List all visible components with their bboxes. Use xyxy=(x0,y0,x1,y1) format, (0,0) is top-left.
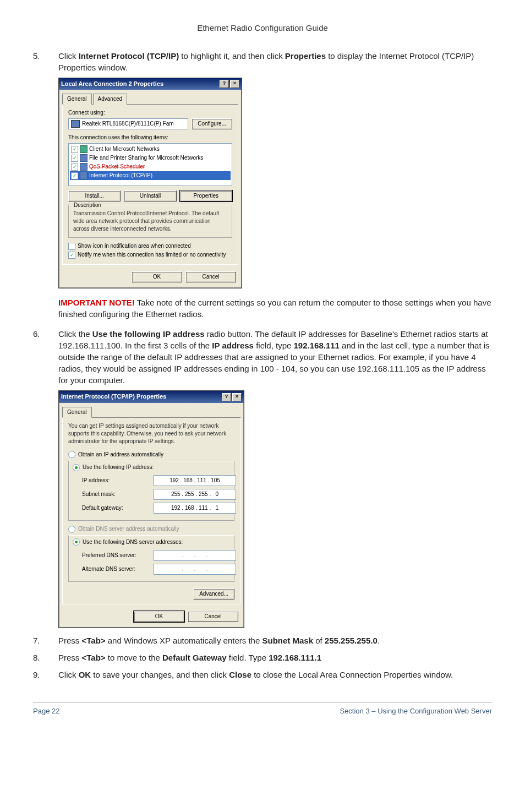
text: . xyxy=(378,636,380,645)
radio-icon[interactable] xyxy=(73,464,80,471)
checkbox-icon[interactable]: ✓ xyxy=(71,172,78,179)
text-bold: 192.168.111 xyxy=(294,341,340,350)
item-text: Internet Protocol (TCP/IP) xyxy=(89,172,152,179)
step-number: 7. xyxy=(33,635,58,646)
page-header: Ethernet Radio Configuration Guide xyxy=(33,22,492,34)
list-item[interactable]: ✓ QoS Packet Scheduler xyxy=(70,162,231,171)
ok-button[interactable]: OK xyxy=(134,611,184,622)
checkbox-icon[interactable]: ✓ xyxy=(71,146,78,153)
default-gateway-label: Default gateway: xyxy=(82,504,148,512)
use-following-dns-radio[interactable]: Use the following DNS server addresses: xyxy=(71,538,184,546)
item-text: File and Printer Sharing for Microsoft N… xyxy=(89,154,203,162)
footer-left: Page 22 xyxy=(33,706,59,716)
step-body: Press <Tab> and Windows XP automatically… xyxy=(58,635,492,646)
text: to close the Local Area Connection Prope… xyxy=(251,670,453,679)
radio-icon[interactable] xyxy=(68,451,75,458)
page-footer: Page 22 Section 3 – Using the Configurat… xyxy=(33,702,492,716)
cancel-button[interactable]: Cancel xyxy=(185,271,236,282)
configure-button[interactable]: Configure... xyxy=(192,118,232,129)
titlebar-buttons: ? × xyxy=(220,80,239,88)
step-9: 9. Click OK to save your changes, and th… xyxy=(33,669,492,680)
text: Click xyxy=(58,51,79,61)
cancel-button[interactable]: Cancel xyxy=(188,611,238,622)
footer-right: Section 3 – Using the Configuration Web … xyxy=(340,706,492,716)
dialog-footer: OK Cancel xyxy=(59,608,244,628)
text-bold: Default Gateway xyxy=(162,653,227,662)
subnet-mask-field[interactable]: 255 . 255 . 255 . 0 xyxy=(154,489,236,500)
checkbox-icon[interactable] xyxy=(68,243,75,250)
help-button[interactable]: ? xyxy=(220,80,229,88)
text-bold: Use the following IP address xyxy=(92,329,205,339)
dialog-body: You can get IP settings assigned automat… xyxy=(62,418,240,604)
dialog-footer: OK Cancel xyxy=(59,268,242,288)
close-button[interactable]: × xyxy=(230,80,239,88)
default-gateway-field[interactable]: 192 . 168 . 111 . 1 xyxy=(154,503,236,514)
tab-advanced[interactable]: Advanced xyxy=(93,94,127,105)
obtain-dns-auto-radio: Obtain DNS server address automatically xyxy=(68,525,234,533)
alternate-dns-field[interactable]: . . . xyxy=(154,564,236,575)
components-list[interactable]: ✓ Client for Microsoft Networks ✓ File a… xyxy=(68,143,232,186)
text: field, type xyxy=(254,341,294,350)
checkbox-icon[interactable]: ✓ xyxy=(71,155,78,162)
text: Click xyxy=(58,670,79,679)
checkbox-icon[interactable]: ✓ xyxy=(71,164,78,171)
obtain-ip-auto-radio[interactable]: Obtain an IP address automatically xyxy=(68,451,234,459)
notify-checkbox-row[interactable]: ✓ Notify me when this connection has lim… xyxy=(68,251,232,259)
checkbox-icon[interactable]: ✓ xyxy=(68,252,75,259)
radio-label: Use the following DNS server addresses: xyxy=(83,538,183,546)
text-bold: Close xyxy=(229,670,251,679)
text-bold: Subnet Mask xyxy=(262,636,313,645)
list-item-selected[interactable]: ✓ Internet Protocol (TCP/IP) xyxy=(70,171,231,180)
subnet-mask-label: Subnet mask: xyxy=(82,491,148,498)
nic-icon xyxy=(71,120,80,128)
adapter-field: Realtek RTL8168C(P)/8111C(P) Fam xyxy=(68,118,188,129)
tab-general[interactable]: General xyxy=(62,407,92,418)
step-7: 7. Press <Tab> and Windows XP automatica… xyxy=(33,635,492,646)
close-button[interactable]: × xyxy=(232,393,242,401)
step-number: 6. xyxy=(33,328,58,386)
use-following-ip-radio[interactable]: Use the following IP address: xyxy=(71,464,155,471)
properties-button[interactable]: Properties xyxy=(180,190,232,201)
description-title: Description xyxy=(72,201,103,209)
text: field. Type xyxy=(227,653,269,662)
show-icon-checkbox-row[interactable]: Show icon in notification area when conn… xyxy=(68,242,232,250)
text: to save your changes, and then click xyxy=(91,670,229,679)
radio-label: Obtain an IP address automatically xyxy=(78,451,163,459)
help-button[interactable]: ? xyxy=(222,393,231,401)
ip-group: Use the following IP address: IP address… xyxy=(68,461,234,521)
intro-text: You can get IP settings assigned automat… xyxy=(68,422,234,445)
step-body: Click OK to save your changes, and then … xyxy=(58,669,492,680)
component-icon xyxy=(80,163,88,171)
step-number: 5. xyxy=(33,50,58,73)
tab-general[interactable]: General xyxy=(62,94,92,105)
text-bold: 255.255.255.0 xyxy=(325,636,378,645)
important-note: IMPORTANT NOTE! Take note of the current… xyxy=(58,297,492,320)
install-button[interactable]: Install... xyxy=(68,190,121,201)
checkbox-label: Show icon in notification area when conn… xyxy=(78,242,191,250)
text-bold: IP address xyxy=(212,341,254,350)
alternate-dns-label: Alternate DNS server: xyxy=(82,565,148,573)
text: Click the xyxy=(58,329,92,339)
titlebar-buttons: ? × xyxy=(222,393,242,401)
list-item[interactable]: ✓ File and Printer Sharing for Microsoft… xyxy=(70,154,231,162)
item-text: Client for Microsoft Networks xyxy=(89,145,160,153)
tab-strip: General xyxy=(62,406,240,418)
list-item[interactable]: ✓ Client for Microsoft Networks xyxy=(70,145,231,154)
text: Press xyxy=(58,636,82,645)
preferred-dns-field[interactable]: . . . xyxy=(154,550,236,561)
ip-address-field[interactable]: 192 . 168 . 111 . 105 xyxy=(154,475,236,486)
ip-address-label: IP address: xyxy=(82,477,148,484)
tab-strip: General Advanced xyxy=(62,93,238,105)
advanced-button[interactable]: Advanced... xyxy=(193,588,234,600)
uninstall-button[interactable]: Uninstall xyxy=(124,190,176,201)
step-body: Click Internet Protocol (TCP/IP) to high… xyxy=(58,50,492,73)
dns-group: Use the following DNS server addresses: … xyxy=(68,535,234,582)
text: of xyxy=(313,636,325,645)
ok-button[interactable]: OK xyxy=(132,271,182,282)
text-bold: Internet Protocol (TCP/IP) xyxy=(79,51,179,61)
dialog-title: Local Area Connection 2 Properties xyxy=(61,80,163,88)
item-text: QoS Packet Scheduler xyxy=(89,163,145,171)
radio-icon[interactable] xyxy=(73,538,80,546)
radio-label: Use the following IP address: xyxy=(83,464,154,471)
lan-properties-dialog: Local Area Connection 2 Properties ? × G… xyxy=(58,78,242,288)
